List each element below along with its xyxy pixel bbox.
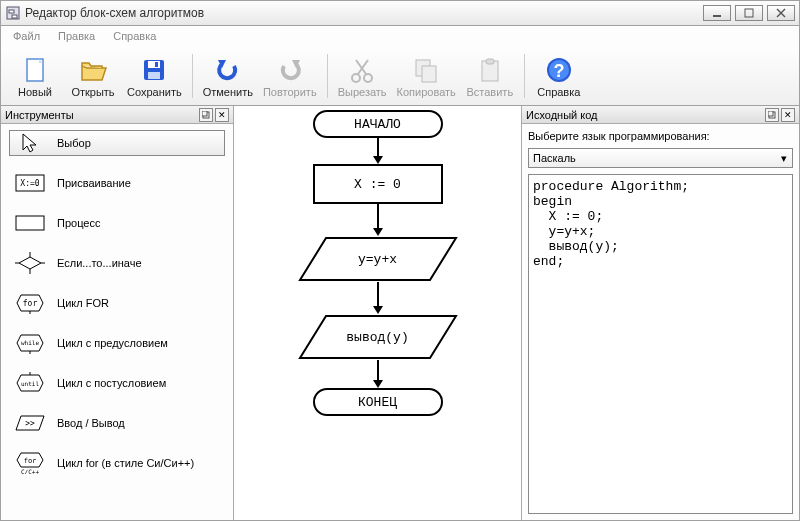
maximize-button[interactable] [735, 5, 763, 21]
copy-icon [412, 54, 440, 86]
tool-label: Выбор [57, 137, 91, 149]
cut-button[interactable]: Вырезать [334, 52, 391, 100]
app-icon [5, 5, 21, 21]
svg-text:>>: >> [25, 419, 35, 428]
svg-rect-24 [202, 111, 207, 116]
source-panel: Исходный код ✕ Выберите язык программиро… [521, 106, 799, 520]
svg-text:C/C++: C/C++ [21, 468, 39, 474]
tool-label: Если...то...иначе [57, 257, 142, 269]
toolbar-separator [524, 54, 525, 98]
svg-rect-4 [745, 9, 753, 17]
svg-text:for: for [23, 299, 38, 308]
tool-label: Цикл с предусловием [57, 337, 168, 349]
minimize-button[interactable] [703, 5, 731, 21]
tool-io[interactable]: >> Ввод / Вывод [9, 410, 225, 436]
menu-edit[interactable]: Правка [50, 28, 103, 44]
flow-end[interactable]: КОНЕЦ [313, 388, 443, 416]
flow-io1[interactable]: y=y+x [298, 236, 458, 282]
titlebar: Редактор блок-схем алгоритмов [0, 0, 800, 26]
svg-rect-19 [486, 59, 494, 64]
tool-label: Ввод / Вывод [57, 417, 125, 429]
svg-rect-1 [9, 10, 14, 13]
svg-text:?: ? [553, 61, 564, 81]
close-button[interactable] [767, 5, 795, 21]
io-icon: >> [15, 412, 45, 434]
toolbar: Новый Открыть Сохранить Отменить Повтори… [0, 46, 800, 106]
assign-icon: X:=0 [15, 172, 45, 194]
svg-line-15 [356, 60, 366, 74]
paste-button[interactable]: Вставить [462, 52, 518, 100]
svg-rect-17 [422, 66, 436, 82]
chevron-down-icon: ▾ [776, 149, 792, 167]
svg-rect-27 [16, 216, 44, 230]
redo-label: Повторить [263, 86, 317, 98]
canvas[interactable]: НАЧАЛО X := 0 y=y+x вывод(y) КОНЕЦ [234, 106, 521, 520]
panel-float-button[interactable] [199, 108, 213, 122]
tools-panel: Инструменты ✕ Выбор X:=0 Присваивание Пр… [1, 106, 234, 520]
tool-cfor[interactable]: forC/C++ Цикл for (в стиле Си/Си++) [9, 450, 225, 476]
svg-line-14 [358, 60, 368, 74]
svg-rect-10 [148, 72, 160, 79]
cut-label: Вырезать [338, 86, 387, 98]
tool-while[interactable]: while Цикл с предусловием [9, 330, 225, 356]
menu-file[interactable]: Файл [5, 28, 48, 44]
undo-button[interactable]: Отменить [199, 52, 257, 100]
tools-panel-header: Инструменты ✕ [1, 106, 233, 124]
for-icon: for [15, 292, 45, 314]
until-icon: until [15, 372, 45, 394]
tool-process[interactable]: Процесс [9, 210, 225, 236]
flow-io2-text: вывод(y) [346, 330, 408, 345]
language-label: Выберите язык программирования: [528, 128, 793, 144]
tool-select[interactable]: Выбор [9, 130, 225, 156]
menu-help[interactable]: Справка [105, 28, 164, 44]
cut-icon [348, 54, 376, 86]
code-output[interactable]: procedure Algorithm; begin X := 0; y=y+x… [528, 174, 793, 514]
flow-assign[interactable]: X := 0 [313, 164, 443, 204]
flow-arrow [373, 138, 383, 164]
while-icon: while [15, 332, 45, 354]
tool-list: Выбор X:=0 Присваивание Процесс Если...т… [1, 124, 233, 482]
svg-text:for: for [24, 457, 37, 465]
save-button[interactable]: Сохранить [123, 52, 186, 100]
flow-io2[interactable]: вывод(y) [298, 314, 458, 360]
redo-button[interactable]: Повторить [259, 52, 321, 100]
tool-label: Процесс [57, 217, 100, 229]
undo-label: Отменить [203, 86, 253, 98]
flow-end-text: КОНЕЦ [358, 395, 397, 410]
tool-label: Цикл FOR [57, 297, 109, 309]
help-button[interactable]: ? Справка [531, 52, 587, 100]
new-button[interactable]: Новый [7, 52, 63, 100]
toolbar-separator [192, 54, 193, 98]
svg-text:X:=0: X:=0 [20, 179, 39, 188]
flow-arrow [373, 360, 383, 388]
tool-for[interactable]: for Цикл FOR [9, 290, 225, 316]
redo-icon [276, 54, 304, 86]
tool-if[interactable]: Если...то...иначе [9, 250, 225, 276]
svg-rect-2 [12, 15, 17, 18]
language-combo[interactable]: Паскаль ▾ [528, 148, 793, 168]
source-panel-header: Исходный код ✕ [522, 106, 799, 124]
new-label: Новый [18, 86, 52, 98]
open-label: Открыть [71, 86, 114, 98]
tool-assign[interactable]: X:=0 Присваивание [9, 170, 225, 196]
open-icon [79, 54, 107, 86]
if-icon [15, 252, 45, 274]
menubar: Файл Правка Справка [0, 26, 800, 46]
panel-close-button[interactable]: ✕ [215, 108, 229, 122]
svg-text:until: until [21, 380, 39, 387]
svg-rect-11 [155, 62, 158, 67]
cfor-icon: forC/C++ [15, 452, 45, 474]
window-title: Редактор блок-схем алгоритмов [25, 6, 703, 20]
panel-float-button[interactable] [765, 108, 779, 122]
tool-label: Цикл с постусловием [57, 377, 166, 389]
flow-start[interactable]: НАЧАЛО [313, 110, 443, 138]
panel-close-button[interactable]: ✕ [781, 108, 795, 122]
copy-label: Копировать [397, 86, 456, 98]
open-button[interactable]: Открыть [65, 52, 121, 100]
flow-assign-text: X := 0 [354, 177, 401, 192]
toolbar-separator [327, 54, 328, 98]
tool-until[interactable]: until Цикл с постусловием [9, 370, 225, 396]
language-value: Паскаль [529, 152, 776, 164]
help-label: Справка [537, 86, 580, 98]
copy-button[interactable]: Копировать [393, 52, 460, 100]
